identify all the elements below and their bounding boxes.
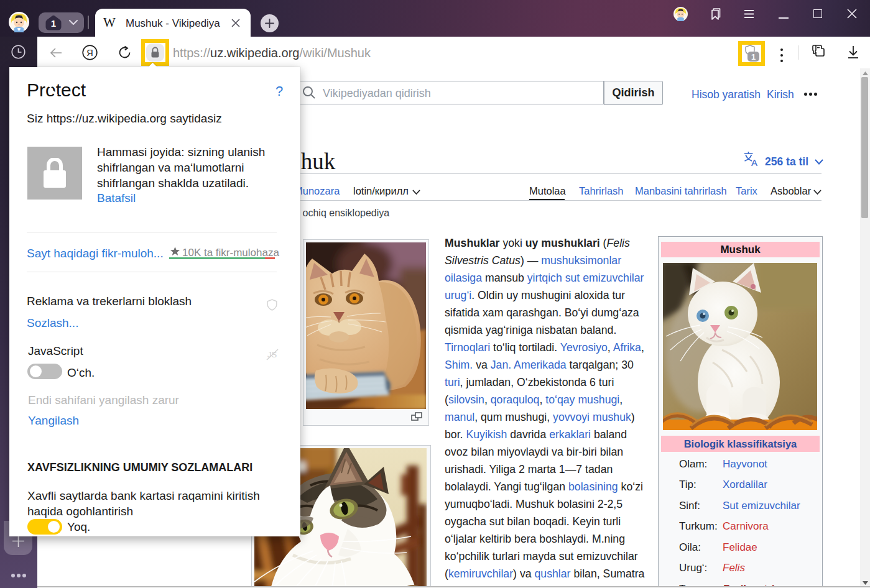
svg-text:1: 1 [51,18,56,29]
svg-text:Я: Я [86,48,93,58]
svg-text:A: A [751,157,757,167]
svg-text:1: 1 [751,52,756,62]
